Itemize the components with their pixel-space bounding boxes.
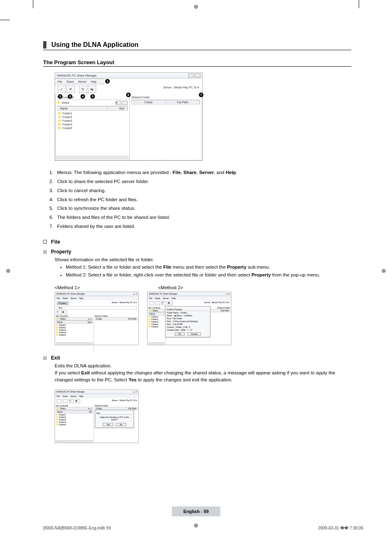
refresh-button[interactable]: ↻ [69, 399, 74, 403]
unshare-button[interactable] [155, 301, 160, 305]
heading-accent-bar [43, 41, 46, 49]
callout-badge-1: 1 [105, 79, 110, 84]
indd-filename: [8000-NA]BN68-01988E-Eng.indb 59 [43, 526, 111, 530]
property-heading: Property [51, 249, 71, 255]
file-heading-row: File [43, 239, 351, 245]
exit-dialog: Exit Apply the changes on PC to the serv… [95, 410, 134, 428]
exit-heading-row: Exit [43, 355, 351, 361]
folder-tree: Folder1 Folder2 Folder3 Folder4 Folder5 [57, 111, 128, 131]
folder-item[interactable]: Folder5 [148, 325, 165, 328]
registration-mark-icon: ⊕ [6, 267, 11, 274]
print-footer: [8000-NA]BN68-01988E-Eng.indb 59 2009-03… [43, 526, 363, 530]
page-number-chip: English - 59 [172, 506, 220, 516]
menu-bar: File Share Server Help [55, 79, 104, 84]
method1-screenshot: SAMSUNG PC Share Manager▭ ✕ File Share S… [55, 292, 139, 345]
folder-item[interactable]: Folder5 [58, 126, 127, 130]
menu-bar: File Share Server Help [148, 296, 231, 300]
window-controls: ▭ ✕ [133, 293, 137, 295]
list-item: Click to share the selected PC server fo… [55, 177, 351, 186]
scrollbar[interactable] [56, 342, 93, 344]
crop-mark [33, 0, 33, 8]
dialog-message: Apply the changes on PC to the server? [97, 415, 132, 422]
crop-mark [359, 0, 359, 8]
sync-button[interactable]: ⇆ [75, 399, 80, 403]
menu-server[interactable]: Server [78, 80, 87, 83]
server-label: Server : Media Play PC Si ▾ [163, 86, 199, 89]
left-pane-header: My Computer [57, 96, 74, 99]
app-screenshot-main: SAMSUNG PC Share Manager File Share Serv… [55, 72, 203, 161]
shared-folder-pane: 7 Shared Folder Folder Full Path [130, 94, 202, 160]
scrollbar[interactable] [148, 342, 165, 344]
folder-item[interactable]: Folder2 [58, 115, 127, 119]
file-heading: File [51, 239, 60, 245]
print-timestamp: 2009-03-31 �� 7:36:06 [318, 526, 363, 530]
sync-button[interactable]: ⇆ [88, 86, 96, 93]
scrollbar[interactable] [56, 156, 129, 159]
callout-badge-7: 7 [199, 93, 203, 97]
window-controls [187, 74, 201, 78]
share-button[interactable] [149, 301, 154, 305]
ok-button[interactable]: OK [175, 332, 185, 336]
dialog-title: Exit [97, 412, 132, 415]
list-item: Method 2: Select a file or folder, right… [66, 271, 351, 279]
share-row-label: Share [62, 101, 69, 104]
menu-help[interactable]: Help [91, 80, 97, 83]
unshare-button[interactable]: ✕ [67, 86, 75, 93]
window-controls: ▭ ✕ [226, 293, 230, 295]
menu-bar: File Share Server Help [55, 394, 138, 398]
exit-heading: Exit [51, 355, 60, 361]
method1-label: <Method 1> [55, 285, 80, 290]
refresh-button[interactable]: ↻ [161, 301, 166, 305]
callout-list: Menus: The following application menus a… [55, 168, 351, 231]
folder-button[interactable] [122, 101, 128, 105]
server-dropdown[interactable]: Media Play PC Si ▾ [174, 86, 199, 89]
dialog-title: Folder1 Property [167, 308, 209, 311]
refresh-button[interactable]: ↻ [79, 86, 87, 93]
window-title: SAMSUNG PC Share Manager [57, 74, 97, 77]
cancel-button[interactable]: Cancel [187, 332, 201, 336]
folder-item[interactable]: Folder5 [56, 334, 93, 336]
method2-label: <Method 2> [158, 285, 183, 290]
dropdown-button[interactable]: ▾ [115, 101, 121, 105]
sync-button[interactable]: ⇆ [168, 301, 173, 305]
menu-bar: File Share Server Help [55, 296, 138, 300]
property-methods: Method 1: Select a file or folder and se… [66, 263, 351, 279]
file-menu-item[interactable]: Exit [57, 306, 137, 309]
exit-screenshot: SAMSUNG PC Share Manager▭ ✕ File Share S… [55, 390, 139, 443]
folder-item[interactable]: Folder5 [56, 423, 93, 426]
exit-p2: If you select Exit without applying the … [55, 369, 351, 384]
toolbar: ↻ ⇆ Server : Media Play PC Si ▾ [55, 398, 138, 404]
unshare-button[interactable] [63, 399, 68, 403]
my-computer-pane: 6 My Computer 📁 Share ▾ Name Size Folder… [55, 94, 130, 160]
property-dialog: Folder1 Property Folder Name : Folder1 S… [165, 306, 210, 337]
share-button[interactable] [57, 399, 62, 403]
crop-mark [0, 20, 10, 20]
left-column-headers: Name Size [57, 106, 128, 111]
property-heading-row: Property [43, 249, 351, 255]
no-button[interactable]: No [116, 423, 126, 426]
registration-mark-icon: ⊕ [381, 267, 386, 274]
subsection-title: The Program Screen Layout [43, 59, 351, 67]
yes-button[interactable]: Yes [103, 423, 113, 426]
section-title: Using the DLNA Application [51, 41, 138, 49]
list-item: Menus: The following application menus a… [55, 168, 351, 177]
property-description: Shows information on the selected file o… [55, 256, 351, 263]
list-item: Method 1: Select a file or folder and se… [66, 263, 351, 271]
right-column-headers: Folder Full Path [131, 100, 200, 104]
menu-file[interactable]: File [58, 80, 62, 83]
menu-share[interactable]: Share [66, 80, 74, 83]
file-menu-item[interactable]: Property [57, 302, 69, 305]
folder-item[interactable]: Folder4 [58, 123, 127, 126]
grey-square-bullet-icon [43, 250, 47, 254]
list-item: Folders shared by the user are listed. [55, 222, 351, 231]
square-bullet-icon [43, 240, 47, 244]
registration-mark-icon: ⊕ [194, 3, 198, 10]
list-item: Click to cancel sharing. [55, 186, 351, 195]
list-item: Click to refresh the PC folder and files… [55, 195, 351, 204]
share-button[interactable]: ✓ [58, 86, 66, 93]
folder-item[interactable]: Folder3 [58, 119, 127, 123]
list-item: Click to synchronize the share status. [55, 204, 351, 213]
exit-p1: Exits the DLNA application. [55, 362, 351, 369]
folder-item[interactable]: Folder1 [58, 111, 127, 115]
scrollbar[interactable] [56, 440, 93, 442]
